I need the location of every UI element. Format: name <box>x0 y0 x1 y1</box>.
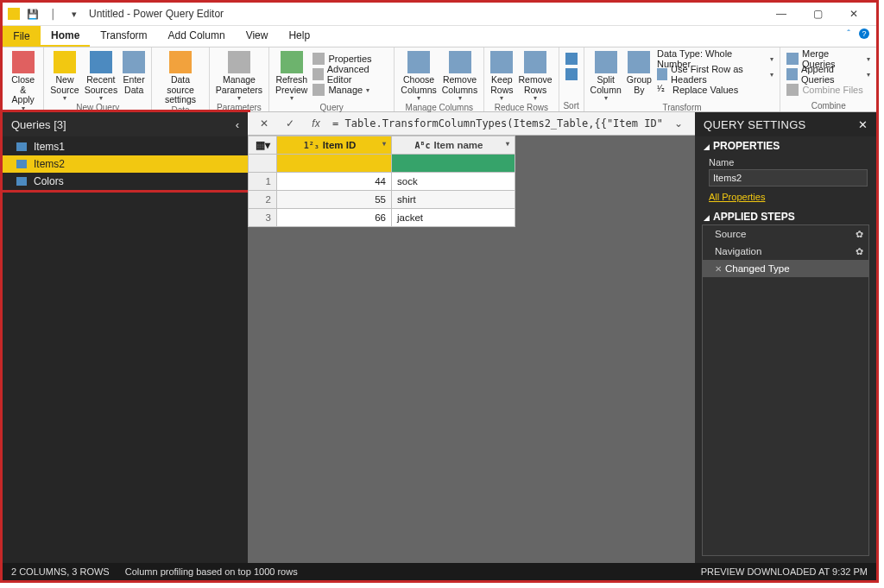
minimize-button[interactable]: — <box>771 8 792 20</box>
menu-bar: File Home Transform Add Column View Help… <box>3 26 876 47</box>
split-column-button[interactable]: SplitColumn <box>588 49 624 103</box>
sort-desc-icon <box>565 68 578 80</box>
choose-columns-button[interactable]: ChooseColumns <box>398 49 439 103</box>
replace-values-button[interactable]: ¹⁄₂Replace Values <box>654 82 776 98</box>
table-icon <box>16 160 27 168</box>
group-combine-label: Combine <box>784 101 873 111</box>
column-header-item-id[interactable]: 1²₃Item ID▾ <box>277 136 392 155</box>
expand-formula-icon[interactable]: ⌄ <box>669 117 688 130</box>
step-source[interactable]: Source✿ <box>703 225 868 243</box>
tab-add-column[interactable]: Add Column <box>158 26 236 47</box>
manage-icon <box>313 84 325 96</box>
remove-rows-button[interactable]: RemoveRows <box>515 49 554 103</box>
queries-header: Queries [3] <box>11 118 66 131</box>
data-source-settings-button[interactable]: Data sourcesettings <box>155 49 205 105</box>
new-source-icon <box>54 51 76 73</box>
properties-section[interactable]: ◢PROPERTIES <box>695 136 876 154</box>
row-header[interactable]: 1 <box>249 173 277 191</box>
manage-button[interactable]: Manage <box>310 82 390 98</box>
close-apply-button[interactable]: Close &Apply <box>6 49 40 112</box>
status-preview-time: PREVIEW DOWNLOADED AT 9:32 PM <box>701 566 868 577</box>
remove-columns-icon <box>449 51 471 73</box>
new-source-button[interactable]: NewSource <box>47 49 81 103</box>
grid-corner[interactable]: ▦▾ <box>249 136 277 155</box>
delete-step-icon[interactable]: ✕ <box>715 264 722 274</box>
cancel-formula-icon[interactable]: ✕ <box>255 117 274 130</box>
cell[interactable]: shirt <box>392 191 515 209</box>
enter-data-icon <box>123 51 145 73</box>
ribbon-collapse-icon[interactable]: ˆ <box>847 28 850 39</box>
gear-icon[interactable]: ✿ <box>856 229 863 240</box>
tab-view[interactable]: View <box>236 26 279 47</box>
status-bar: 2 COLUMNS, 3 ROWS Column profiling based… <box>3 563 876 580</box>
tab-file[interactable]: File <box>3 26 41 47</box>
table-icon <box>16 177 27 186</box>
column-header-item-name[interactable]: AᴮcItem name▾ <box>392 136 515 155</box>
replace-values-icon: ¹⁄₂ <box>657 84 669 96</box>
status-columns-rows: 2 COLUMNS, 3 ROWS <box>11 566 110 577</box>
group-sort-label: Sort <box>563 101 580 111</box>
remove-columns-button[interactable]: RemoveColumns <box>439 49 480 103</box>
query-settings-panel: QUERY SETTINGS ✕ ◢PROPERTIES Name Items2… <box>695 112 876 563</box>
query-item-colors[interactable]: Colors <box>3 173 248 190</box>
maximize-button[interactable]: ▢ <box>807 8 828 20</box>
query-item-items2[interactable]: Items2 <box>3 155 248 173</box>
cell[interactable]: 44 <box>277 173 392 191</box>
row-header[interactable]: 3 <box>249 209 277 227</box>
column-filter-icon[interactable]: ▾ <box>377 140 386 148</box>
sort-desc-button[interactable] <box>563 66 580 82</box>
query-item-items1[interactable]: Items1 <box>3 138 248 155</box>
applied-steps-list: Source✿ Navigation✿ ✕Changed Type <box>702 224 869 556</box>
main-area: Queries [3] ‹ Items1 Items2 Colors ✕ ✓ f… <box>3 112 876 563</box>
first-row-icon <box>657 68 667 80</box>
collapse-queries-icon[interactable]: ‹ <box>236 118 239 131</box>
first-row-headers-button[interactable]: Use First Row as Headers <box>654 66 776 82</box>
row-header[interactable]: 2 <box>249 191 277 209</box>
save-icon[interactable]: 💾 <box>25 6 41 22</box>
step-navigation[interactable]: Navigation✿ <box>703 243 868 260</box>
step-changed-type[interactable]: ✕Changed Type <box>703 260 868 277</box>
settings-header: QUERY SETTINGS <box>704 118 806 131</box>
remove-rows-icon <box>524 51 546 73</box>
fx-icon[interactable]: fx <box>306 117 325 130</box>
title-bar: 💾 │ ▾ Untitled - Power Query Editor — ▢ … <box>3 3 876 26</box>
advanced-editor-button[interactable]: Advanced Editor <box>310 66 390 82</box>
column-filter-icon[interactable]: ▾ <box>501 140 509 148</box>
applied-steps-section[interactable]: ◢APPLIED STEPS <box>695 207 876 224</box>
cell[interactable]: sock <box>392 173 515 191</box>
cell[interactable]: 55 <box>277 191 392 209</box>
sort-asc-button[interactable] <box>563 51 580 66</box>
formula-input[interactable]: = Table.TransformColumnTypes(Items2_Tabl… <box>332 117 662 130</box>
group-by-button[interactable]: GroupBy <box>624 49 654 95</box>
cell[interactable]: jacket <box>392 209 515 227</box>
qat-dropdown-icon[interactable]: ▾ <box>66 6 82 22</box>
close-button[interactable]: ✕ <box>843 8 864 20</box>
tab-help[interactable]: Help <box>278 26 320 47</box>
cell[interactable]: 66 <box>277 209 392 227</box>
enter-data-button[interactable]: EnterData <box>120 49 148 95</box>
status-profiling[interactable]: Column profiling based on top 1000 rows <box>125 566 298 577</box>
combine-files-button[interactable]: Combine Files <box>784 82 873 98</box>
tab-home[interactable]: Home <box>41 26 90 47</box>
keep-rows-icon <box>490 51 513 73</box>
manage-parameters-button[interactable]: ManageParameters <box>213 49 265 103</box>
recent-sources-button[interactable]: RecentSources <box>82 49 121 103</box>
window-title: Untitled - Power Query Editor <box>82 8 771 20</box>
data-grid: ▦▾ 1²₃Item ID▾ AᴮcItem name▾ 144sock 255… <box>248 136 515 227</box>
all-properties-link[interactable]: All Properties <box>695 190 876 207</box>
refresh-icon <box>281 51 303 73</box>
commit-formula-icon[interactable]: ✓ <box>281 117 300 130</box>
app-window: 💾 │ ▾ Untitled - Power Query Editor — ▢ … <box>0 0 879 583</box>
name-input[interactable]: Items2 <box>709 169 868 187</box>
queries-panel: Queries [3] ‹ Items1 Items2 Colors <box>3 112 248 563</box>
close-settings-icon[interactable]: ✕ <box>858 118 868 131</box>
gear-icon[interactable]: ✿ <box>856 246 863 257</box>
app-icon <box>8 8 20 20</box>
keep-rows-button[interactable]: KeepRows <box>488 49 515 103</box>
tab-transform[interactable]: Transform <box>90 26 157 47</box>
refresh-preview-button[interactable]: RefreshPreview <box>273 49 310 103</box>
append-queries-button[interactable]: Append Queries <box>784 66 873 82</box>
separator-icon: │ <box>46 6 61 22</box>
help-icon[interactable]: ? <box>859 28 869 39</box>
advanced-editor-icon <box>313 68 323 80</box>
